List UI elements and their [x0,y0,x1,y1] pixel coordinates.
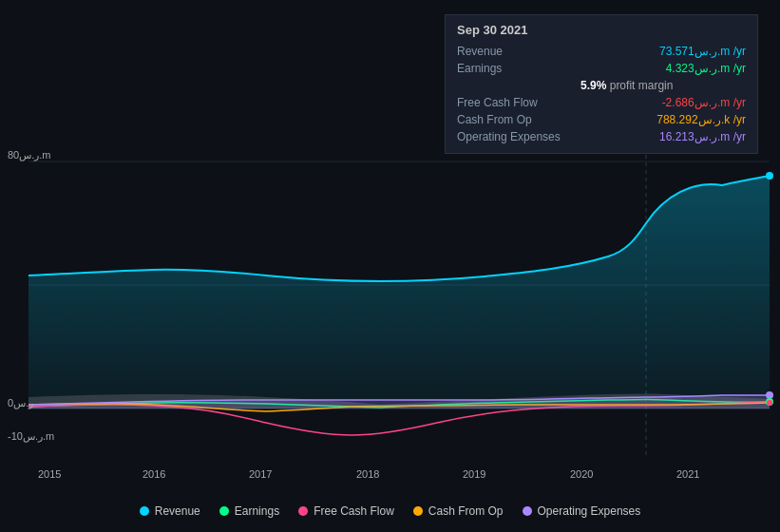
y-label-0: 0ر.س [8,397,33,409]
svg-point-7 [766,391,773,399]
operating-expenses-row: Operating Expenses 16.213ر.س.m /yr [457,128,746,145]
free-cash-flow-row: Free Cash Flow -2.686ر.س.m /yr [457,94,746,111]
y-label-neg10: -10ر.س.m [8,430,54,443]
legend-dot-revenue [140,506,149,516]
legend-dot-free-cash-flow [298,506,308,516]
earnings-value: 4.323ر.س.m /yr [666,62,746,75]
x-label-2018: 2018 [356,468,379,480]
x-label-2015: 2015 [38,468,61,480]
operating-expenses-value: 16.213ر.س.m /yr [659,130,746,143]
free-cash-flow-value: -2.686ر.س.m /yr [662,96,746,109]
cash-from-op-value: 788.292ر.س.k /yr [656,113,746,126]
legend-dot-cash-from-op [413,506,423,516]
earnings-row: Earnings 4.323ر.س.m /yr [457,60,746,77]
legend-cash-from-op[interactable]: Cash From Op [413,504,504,518]
legend-free-cash-flow[interactable]: Free Cash Flow [298,504,394,518]
x-label-2019: 2019 [463,468,485,480]
revenue-label: Revenue [457,45,580,58]
legend-revenue[interactable]: Revenue [140,504,200,518]
legend-label-cash-from-op: Cash From Op [428,504,504,518]
earnings-label: Earnings [457,62,580,75]
revenue-value: 73.571ر.س.m /yr [659,45,746,58]
legend-label-free-cash-flow: Free Cash Flow [314,504,394,518]
data-box-title: Sep 30 2021 [457,23,746,37]
operating-expenses-label: Operating Expenses [457,130,580,143]
profit-margin-row: 5.9% profit margin [457,77,746,94]
svg-point-6 [766,172,773,180]
legend-operating-expenses[interactable]: Operating Expenses [523,504,641,518]
profit-margin-value: 5.9% [580,79,606,92]
cash-from-op-row: Cash From Op 788.292ر.س.k /yr [457,111,746,128]
x-label-2016: 2016 [143,468,165,480]
revenue-row: Revenue 73.571ر.س.m /yr [457,43,746,60]
legend-label-revenue: Revenue [155,504,200,518]
profit-margin-label: profit margin [610,79,674,92]
data-tooltip: Sep 30 2021 Revenue 73.571ر.س.m /yr Earn… [445,14,758,154]
legend-dot-operating-expenses [523,506,532,516]
chart-container: 80ر.س.m 0ر.س -10ر.س.m 2015 2016 2017 201… [0,0,780,532]
x-label-2017: 2017 [249,468,272,480]
free-cash-flow-label: Free Cash Flow [457,96,580,109]
legend-dot-earnings [219,506,229,516]
cash-from-op-label: Cash From Op [457,113,580,126]
svg-point-10 [767,400,772,406]
x-label-2020: 2020 [570,468,593,480]
legend-label-earnings: Earnings [235,504,279,518]
chart-legend: Revenue Earnings Free Cash Flow Cash Fro… [0,504,780,518]
x-label-2021: 2021 [676,468,699,480]
legend-earnings[interactable]: Earnings [219,504,279,518]
y-label-80: 80ر.س.m [8,149,51,162]
legend-label-operating-expenses: Operating Expenses [538,504,641,518]
